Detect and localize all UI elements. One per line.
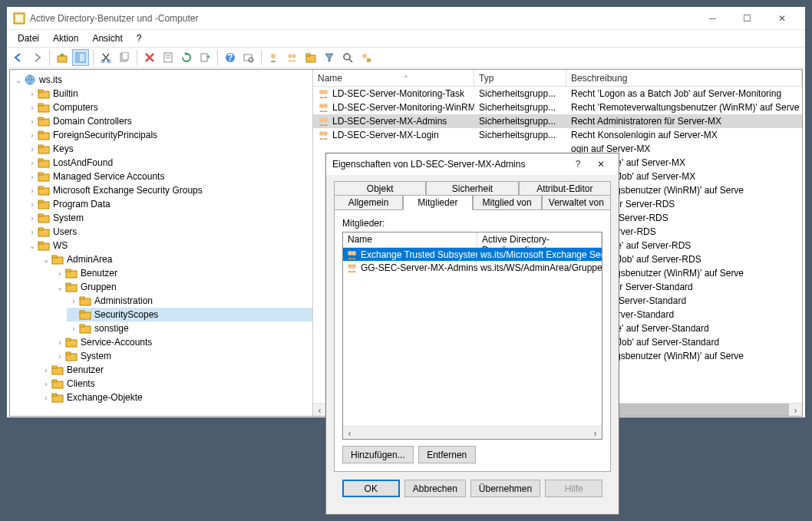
tree-item[interactable]: ›Exchange-Objekte bbox=[39, 391, 312, 404]
cut-button[interactable] bbox=[97, 49, 114, 66]
tree-pane[interactable]: ⌄ ws.its ›Builtin›Computers›Domain Contr… bbox=[10, 70, 313, 416]
scroll-right-icon[interactable]: › bbox=[789, 404, 802, 416]
members-list[interactable]: Name Active Directory-Domänendienste Exc… bbox=[342, 232, 602, 440]
cancel-button[interactable]: Abbrechen bbox=[404, 480, 466, 497]
tree-item[interactable]: ›Clients bbox=[39, 377, 312, 391]
tab-memberof[interactable]: Mitglied von bbox=[473, 195, 542, 209]
find-button[interactable] bbox=[240, 49, 257, 66]
col-name[interactable]: Name⌃ bbox=[313, 70, 474, 86]
add-to-group-button[interactable] bbox=[358, 49, 375, 66]
menu-file[interactable]: Datei bbox=[12, 31, 45, 45]
show-tree-button[interactable] bbox=[72, 49, 89, 66]
tab-general[interactable]: Allgemein bbox=[334, 195, 403, 209]
add-button[interactable]: Hinzufügen... bbox=[342, 446, 414, 463]
chevron-right-icon[interactable]: › bbox=[68, 295, 79, 306]
chevron-right-icon[interactable]: › bbox=[27, 185, 38, 196]
tab-members[interactable]: Mitglieder bbox=[403, 195, 472, 210]
tree-item[interactable]: ›Domain Controllers bbox=[25, 114, 312, 128]
tab-managedby[interactable]: Verwaltet von bbox=[542, 195, 611, 209]
chevron-right-icon[interactable]: › bbox=[27, 130, 38, 140]
chevron-down-icon[interactable]: ⌄ bbox=[27, 240, 38, 251]
list-row[interactable]: LD-SEC-Server-MX-AdminsSicherheitsgrupp.… bbox=[313, 114, 802, 128]
chevron-down-icon[interactable]: ⌄ bbox=[41, 254, 51, 265]
tree-item[interactable]: ›Microsoft Exchange Security Groups bbox=[25, 183, 312, 197]
tree-ws[interactable]: ⌄ WS bbox=[25, 239, 312, 252]
tree-securityscopes[interactable]: SecurityScopes bbox=[67, 308, 312, 322]
chevron-right-icon[interactable]: › bbox=[27, 199, 38, 209]
tree-item[interactable]: ›Users bbox=[25, 225, 312, 239]
list-row[interactable]: LD-SEC-Server-Monitoring-WinRMSicherheit… bbox=[313, 101, 802, 114]
chevron-right-icon[interactable]: › bbox=[54, 337, 65, 348]
menu-help[interactable]: ? bbox=[130, 31, 148, 45]
copy-button[interactable] bbox=[116, 49, 133, 66]
up-button[interactable] bbox=[54, 49, 71, 66]
chevron-right-icon[interactable]: › bbox=[27, 213, 38, 223]
members-scrollbar[interactable]: ‹ › bbox=[343, 426, 602, 439]
properties-button[interactable] bbox=[160, 49, 177, 66]
chevron-right-icon[interactable]: › bbox=[54, 351, 65, 361]
new-group-button[interactable] bbox=[284, 49, 301, 66]
apply-button[interactable]: Übernehmen bbox=[470, 480, 540, 497]
new-user-button[interactable] bbox=[266, 49, 282, 66]
chevron-right-icon[interactable]: › bbox=[41, 364, 51, 375]
chevron-right-icon[interactable]: › bbox=[27, 157, 38, 168]
help-button[interactable]: ? bbox=[222, 49, 239, 66]
tree-item[interactable]: ›Builtin bbox=[25, 87, 312, 101]
filter-button[interactable] bbox=[321, 49, 338, 66]
scroll-left-icon[interactable]: ‹ bbox=[343, 427, 356, 440]
tree-item[interactable]: ›Service-Accounts bbox=[53, 335, 312, 349]
minimize-button[interactable]: ─ bbox=[695, 8, 730, 29]
tree-item[interactable]: ›Program Data bbox=[25, 197, 312, 211]
close-button[interactable]: ✕ bbox=[764, 8, 799, 29]
member-row[interactable]: GG-SEC-Server-MX-Adminsws.its/WS/AdminAr… bbox=[343, 261, 602, 274]
chevron-right-icon[interactable]: › bbox=[27, 226, 38, 237]
menu-view[interactable]: Ansicht bbox=[86, 31, 128, 45]
chevron-right-icon[interactable]: › bbox=[68, 323, 79, 334]
tree-item[interactable]: ›Computers bbox=[25, 101, 312, 114]
member-col-folder[interactable]: Active Directory-Domänendienste bbox=[477, 232, 602, 247]
chevron-right-icon[interactable]: › bbox=[54, 268, 65, 279]
nav-back-button[interactable] bbox=[10, 49, 27, 66]
tree-item[interactable]: ›LostAndFound bbox=[25, 156, 312, 170]
chevron-right-icon[interactable]: › bbox=[27, 171, 38, 182]
tab-security[interactable]: Sicherheit bbox=[426, 181, 518, 196]
tree-item[interactable]: ›System bbox=[25, 211, 312, 225]
export-button[interactable] bbox=[196, 49, 213, 66]
delete-button[interactable] bbox=[141, 49, 158, 66]
chevron-right-icon[interactable]: › bbox=[27, 116, 38, 127]
tree-root[interactable]: ⌄ ws.its bbox=[12, 73, 312, 87]
nav-forward-button[interactable] bbox=[28, 49, 45, 66]
dialog-help-button[interactable]: ? bbox=[566, 155, 589, 173]
chevron-down-icon[interactable]: ⌄ bbox=[54, 282, 65, 292]
chevron-right-icon[interactable]: › bbox=[27, 88, 38, 99]
tree-item[interactable]: ›System bbox=[53, 349, 312, 363]
ok-button[interactable]: OK bbox=[342, 480, 400, 497]
scroll-left-icon[interactable]: ‹ bbox=[313, 404, 326, 416]
new-ou-button[interactable] bbox=[302, 49, 319, 66]
chevron-right-icon[interactable]: › bbox=[41, 378, 51, 389]
tree-item[interactable]: ›Keys bbox=[25, 142, 312, 156]
col-desc[interactable]: Beschreibung bbox=[566, 70, 802, 86]
member-row[interactable]: Exchange Trusted Subsystemws.its/Microso… bbox=[343, 248, 602, 261]
tree-item[interactable]: ›Benutzer bbox=[39, 363, 312, 377]
scroll-right-icon[interactable]: › bbox=[589, 427, 602, 440]
menu-action[interactable]: Aktion bbox=[47, 31, 84, 45]
chevron-right-icon[interactable]: › bbox=[27, 102, 38, 113]
tab-object[interactable]: Objekt bbox=[334, 181, 426, 196]
tree-adminarea[interactable]: ⌄ AdminArea bbox=[39, 252, 312, 266]
tree-item[interactable]: ›Administration bbox=[67, 294, 312, 308]
tab-attribute-editor[interactable]: Attribut-Editor bbox=[519, 181, 611, 196]
list-row[interactable]: LD-SEC-Server-Monitoring-TaskSicherheits… bbox=[313, 87, 802, 101]
refresh-button[interactable] bbox=[178, 49, 195, 66]
col-type[interactable]: Typ bbox=[474, 70, 566, 86]
tree-item[interactable]: ›sonstige bbox=[67, 322, 312, 335]
remove-button[interactable]: Entfernen bbox=[418, 446, 476, 463]
tree-item[interactable]: ›Benutzer bbox=[53, 266, 312, 280]
search-button[interactable] bbox=[339, 49, 356, 66]
list-row[interactable]: LD-SEC-Server-MX-LoginSicherheitsgrupp..… bbox=[313, 128, 802, 142]
tree-item[interactable]: ›ForeignSecurityPrincipals bbox=[25, 128, 312, 142]
maximize-button[interactable]: ☐ bbox=[730, 8, 764, 29]
dialog-close-button[interactable]: ✕ bbox=[589, 155, 612, 173]
tree-gruppen[interactable]: ⌄Gruppen bbox=[53, 280, 312, 294]
chevron-right-icon[interactable]: › bbox=[27, 143, 38, 154]
